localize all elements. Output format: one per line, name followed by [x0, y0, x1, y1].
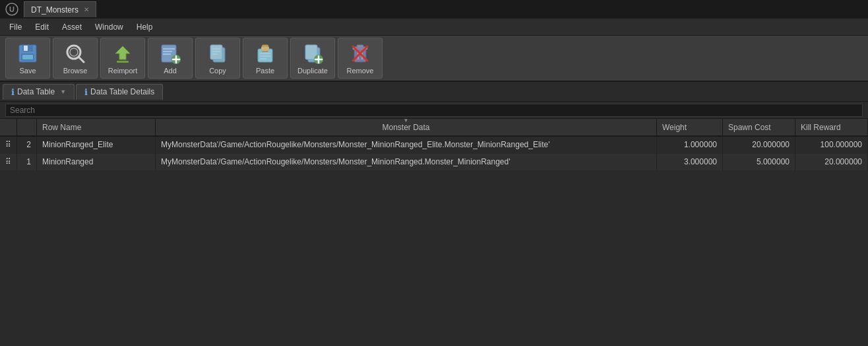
svg-rect-25 [261, 47, 269, 51]
table-header-row: Row Name Monster Data Weight Spawn Cost … [0, 119, 868, 136]
tab-details-icon: ℹ [84, 87, 88, 97]
svg-rect-6 [22, 55, 33, 59]
ue-logo-icon: U [5, 3, 18, 16]
svg-rect-10 [117, 61, 129, 63]
menu-asset[interactable]: Asset [55, 20, 88, 34]
tab-bar: ℹ Data Table ▼ ℹ Data Table Details [0, 82, 868, 102]
row-monster-data-cell: MyMonsterData'/Game/ActionRougelike/Mons… [156, 153, 657, 170]
row-kill-reward-cell: 20.000000 [795, 153, 868, 170]
row-kill-reward-cell: 100.000000 [795, 136, 868, 153]
col-spawn-cost-header[interactable]: Spawn Cost [723, 119, 795, 136]
row-number: 1 [17, 153, 37, 170]
remove-label: Remove [347, 67, 374, 75]
menu-file[interactable]: File [3, 20, 28, 34]
row-weight-cell: 1.000000 [657, 136, 723, 153]
copy-button[interactable]: Copy [195, 38, 240, 79]
tab-data-table[interactable]: ℹ Data Table ▼ [3, 84, 75, 100]
duplicate-icon [301, 42, 325, 65]
add-button[interactable]: Add [148, 38, 193, 79]
tab-dropdown-icon[interactable]: ▼ [60, 88, 66, 95]
save-label: Save [19, 67, 36, 75]
save-button[interactable]: Save [5, 38, 50, 79]
row-name-cell: MinionRanged [37, 153, 156, 170]
tab-title: DT_Monsters [31, 5, 78, 15]
table-row[interactable]: ⠿ 1 MinionRanged MyMonsterData'/Game/Act… [0, 153, 868, 170]
row-drag-handle: ⠿ [0, 153, 17, 170]
reimport-button[interactable]: Reimport [100, 38, 145, 79]
search-bar [0, 102, 868, 119]
svg-point-9 [70, 48, 78, 56]
main-content: ℹ Data Table ▼ ℹ Data Table Details Row … [0, 82, 868, 346]
row-number: 2 [17, 136, 37, 153]
svg-rect-36 [357, 45, 363, 48]
menu-help[interactable]: Help [130, 20, 160, 34]
col-weight-header[interactable]: Weight [657, 119, 723, 136]
col-handle-header [0, 119, 17, 136]
row-spawn-cost-cell: 20.000000 [723, 136, 795, 153]
row-weight-cell: 3.000000 [657, 153, 723, 170]
browse-icon [63, 42, 87, 65]
table-container: Row Name Monster Data Weight Spawn Cost … [0, 119, 868, 346]
tab-info-icon: ℹ [11, 87, 15, 97]
row-drag-handle: ⠿ [0, 136, 17, 153]
save-icon [16, 42, 40, 65]
duplicate-label: Duplicate [297, 67, 328, 75]
table-body: ⠿ 2 MinionRanged_Elite MyMonsterData'/Ga… [0, 136, 868, 170]
paste-icon [253, 42, 277, 65]
svg-rect-34 [354, 49, 366, 62]
search-input[interactable] [5, 104, 863, 117]
toolbar: Save Browse Reimport [0, 36, 868, 82]
svg-rect-4 [24, 46, 28, 51]
browse-label: Browse [63, 67, 88, 75]
table-row[interactable]: ⠿ 2 MinionRanged_Elite MyMonsterData'/Ga… [0, 136, 868, 153]
svg-line-8 [78, 57, 84, 62]
title-bar: U DT_Monsters ✕ [0, 0, 868, 18]
menu-window[interactable]: Window [88, 20, 130, 34]
row-name-cell: MinionRanged_Elite [37, 136, 156, 153]
col-monster-data-header[interactable]: Monster Data [156, 119, 657, 136]
row-spawn-cost-cell: 5.000000 [723, 153, 795, 170]
document-tab[interactable]: DT_Monsters ✕ [24, 1, 96, 17]
data-table: Row Name Monster Data Weight Spawn Cost … [0, 119, 868, 171]
col-row-name-header[interactable]: Row Name [37, 119, 156, 136]
tab-data-table-label: Data Table [17, 87, 55, 96]
remove-icon [348, 42, 372, 65]
copy-icon [206, 42, 230, 65]
tab-data-table-details-label: Data Table Details [90, 87, 154, 96]
reimport-icon [111, 42, 135, 65]
paste-button[interactable]: Paste [243, 38, 288, 79]
svg-rect-19 [210, 45, 222, 59]
menu-bar: File Edit Asset Window Help [0, 18, 868, 36]
svg-text:U: U [9, 5, 15, 13]
add-icon [158, 42, 182, 65]
paste-label: Paste [256, 67, 274, 75]
duplicate-button[interactable]: Duplicate [290, 38, 335, 79]
copy-label: Copy [209, 67, 226, 75]
menu-edit[interactable]: Edit [28, 20, 55, 34]
col-kill-reward-header[interactable]: Kill Reward [795, 119, 868, 136]
col-num-header [17, 119, 37, 136]
browse-button[interactable]: Browse [53, 38, 98, 79]
remove-button[interactable]: Remove [338, 38, 383, 79]
tab-data-table-details[interactable]: ℹ Data Table Details [76, 84, 163, 100]
close-tab-button[interactable]: ✕ [84, 6, 89, 13]
row-monster-data-cell: MyMonsterData'/Game/ActionRougelike/Mons… [156, 136, 657, 153]
reimport-label: Reimport [108, 67, 138, 75]
add-label: Add [164, 67, 177, 75]
